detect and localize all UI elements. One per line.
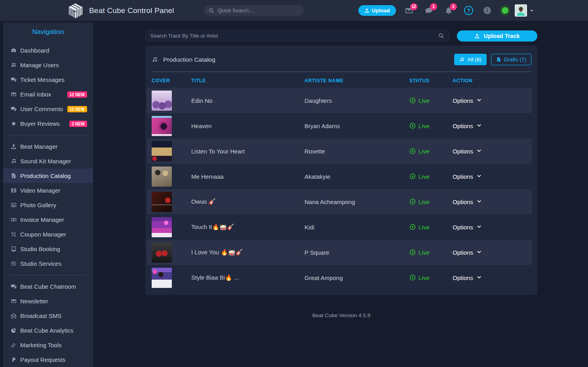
- album-cover[interactable]: [152, 192, 172, 212]
- sidebar-item-newsletter[interactable]: Newsletter: [3, 294, 93, 308]
- sidebar-item-label: Studio Booking: [20, 246, 60, 252]
- upload-icon: [474, 33, 480, 39]
- track-search-box[interactable]: [145, 30, 449, 42]
- album-cover[interactable]: [152, 217, 172, 237]
- sidebar-item-coupon-manager[interactable]: Coupon Manager: [3, 227, 93, 242]
- sidebar-item-video-manager[interactable]: Video Manager: [3, 183, 93, 198]
- chat-badge: 1: [430, 3, 437, 10]
- options-dropdown[interactable]: Options: [453, 173, 532, 180]
- sidebar-item-marketing-tools[interactable]: Marketing Tools: [3, 338, 93, 352]
- album-cover[interactable]: [152, 166, 172, 187]
- upload-icon: [11, 144, 20, 149]
- options-dropdown[interactable]: Options: [453, 123, 532, 129]
- comments-icon: [11, 106, 20, 112]
- options-dropdown[interactable]: Options: [453, 224, 532, 231]
- notifications-badge: 2: [450, 3, 457, 10]
- sidebar-item-production-catalog[interactable]: Production Catalog: [3, 168, 93, 183]
- info-icon[interactable]: i: [483, 7, 491, 14]
- options-label: Options: [453, 148, 473, 155]
- sidebar-item-sound-kit-manager[interactable]: Sound Kit Manager: [3, 154, 93, 168]
- filter-all-button[interactable]: All (8): [454, 54, 486, 65]
- table-row: Touch It🔥🥁🎸 Kidi Live Options: [147, 214, 532, 240]
- link-icon: [11, 342, 20, 348]
- filter-all-label: All (8): [467, 57, 481, 62]
- options-dropdown[interactable]: Options: [453, 97, 532, 104]
- artiste-name: P Square: [304, 240, 409, 265]
- sidebar-item-beat-cube-analytics[interactable]: Beat Cube Analytics: [3, 323, 93, 338]
- navbar-upload-button[interactable]: Upload: [358, 5, 396, 16]
- sidebar-item-email-inbox[interactable]: Email Inbox 12 NEW: [3, 87, 93, 102]
- sidebar-item-beat-cube-chatroom[interactable]: Beat Cube Chatroom: [3, 279, 93, 294]
- sidebar-item-label: Invoice Manager: [20, 216, 64, 223]
- buyer-reviews-badge: 2 NEW: [69, 121, 87, 127]
- sidebar-item-manage-users[interactable]: Manage Users: [3, 58, 93, 72]
- quick-search-input[interactable]: [218, 8, 299, 13]
- album-cover[interactable]: [152, 91, 172, 111]
- album-cover[interactable]: [152, 268, 172, 288]
- users-icon: [11, 62, 20, 68]
- avatar[interactable]: [515, 4, 527, 17]
- music-note-icon: [11, 158, 20, 164]
- chevron-down-icon: [477, 174, 481, 179]
- sidebar-item-photo-gallery[interactable]: Photo Gallery: [3, 198, 93, 212]
- user-menu[interactable]: [515, 4, 534, 17]
- chevron-down-icon: [477, 275, 481, 280]
- upload-track-label: Upload Track: [483, 33, 519, 39]
- notifications-bell-icon[interactable]: 2: [444, 6, 453, 15]
- sidebar-item-ticket-messages[interactable]: Ticket Messages: [3, 72, 93, 87]
- sidebar-item-broadcast-sms[interactable]: Broadcast SMS: [3, 308, 93, 323]
- sidebar-item-dashboard[interactable]: Dashboard: [3, 43, 93, 58]
- track-title: Touch It🔥🥁🎸: [191, 214, 304, 240]
- search-icon: [438, 33, 444, 39]
- options-label: Options: [453, 224, 473, 231]
- album-cover[interactable]: [152, 116, 172, 136]
- track-title: I Love You 🔥🥁🎸: [191, 240, 304, 265]
- navbar-icon-group: 12 1 2 ? i: [405, 0, 534, 21]
- help-icon[interactable]: ?: [464, 6, 473, 15]
- chevron-down-icon: [477, 98, 481, 103]
- column-header-action: ACTION: [453, 72, 532, 88]
- track-search-input[interactable]: [150, 33, 438, 39]
- sidebar-item-invoice-manager[interactable]: Invoice Manager: [3, 212, 93, 227]
- options-dropdown[interactable]: Options: [453, 274, 532, 281]
- film-icon: [11, 187, 20, 193]
- options-dropdown[interactable]: Options: [453, 148, 532, 155]
- paypal-icon: [11, 357, 20, 363]
- options-dropdown[interactable]: Options: [453, 249, 532, 256]
- online-status-dot: [502, 7, 508, 14]
- table-row: Listen To Your Heart Roxette Live Option…: [147, 138, 532, 164]
- track-title: Listen To Your Heart: [191, 138, 304, 164]
- sidebar-item-label: Dashboard: [20, 47, 49, 54]
- online-status-indicator: [500, 5, 510, 16]
- inbox-icon[interactable]: 12: [405, 6, 413, 15]
- quick-search-box[interactable]: [204, 5, 304, 16]
- sidebar-divider: [9, 275, 88, 275]
- play-circle-icon: [409, 97, 416, 104]
- album-cover[interactable]: [152, 141, 172, 161]
- sidebar-item-studio-booking[interactable]: Studio Booking: [3, 242, 93, 256]
- sidebar-item-label: Coupon Manager: [20, 231, 66, 238]
- file-audio-icon: [496, 57, 501, 62]
- upload-track-button[interactable]: Upload Track: [457, 30, 537, 42]
- album-cover[interactable]: [152, 242, 172, 263]
- sidebar-item-user-comments[interactable]: User Comments 12 NEW: [3, 102, 93, 116]
- table-row: Me Hemaaa Akatakyie Live Options: [147, 164, 532, 189]
- status-badge: Live: [419, 148, 430, 155]
- chat-icon[interactable]: 1: [424, 6, 433, 15]
- card-title-label: Production Catalog: [163, 56, 215, 63]
- sidebar-item-beat-manager[interactable]: Beat Manager: [3, 139, 93, 154]
- status-badge: Live: [419, 224, 430, 231]
- artiste-name: Roxette: [304, 138, 409, 164]
- sidebar-item-label: Studio Services: [20, 260, 61, 267]
- status-badge: Live: [419, 199, 430, 205]
- play-circle-icon: [409, 199, 416, 205]
- track-title: Owuo 🎸: [191, 189, 304, 214]
- filter-drafts-button[interactable]: Drafts (7): [491, 54, 531, 65]
- sidebar-item-label: Broadcast SMS: [20, 312, 61, 319]
- artiste-name: Great Ampong: [304, 265, 409, 290]
- sidebar-item-studio-services[interactable]: Studio Services: [3, 256, 93, 271]
- sidebar-item-payout-requests[interactable]: Payout Requests: [3, 352, 93, 367]
- options-dropdown[interactable]: Options: [453, 199, 532, 205]
- email-inbox-badge: 12 NEW: [67, 91, 87, 98]
- sidebar-item-buyer-reviews[interactable]: Buyer Reviews 2 NEW: [3, 116, 93, 131]
